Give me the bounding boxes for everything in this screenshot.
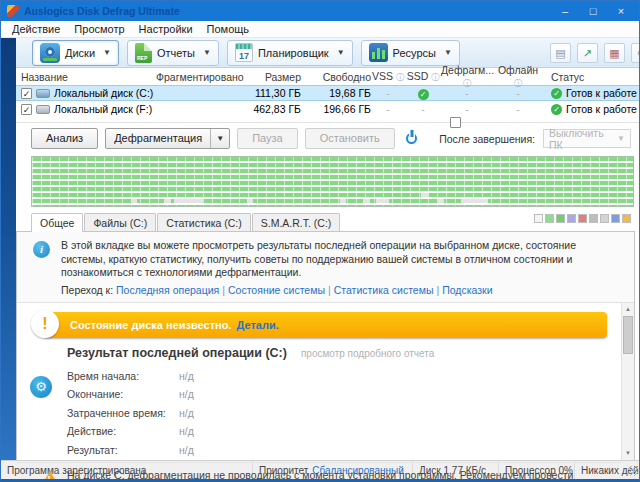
after-completion-select[interactable]: Выключить ПК ▼ bbox=[543, 129, 631, 148]
after-completion-checkbox[interactable] bbox=[450, 117, 461, 128]
warning-circle-icon: ! bbox=[31, 310, 59, 338]
tab-files[interactable]: Файлы (C:) bbox=[84, 213, 156, 231]
pause-button[interactable]: Пауза bbox=[237, 128, 298, 149]
alert-text: Состояние диска неизвестно. bbox=[70, 319, 232, 331]
options-button[interactable]: ⚙ bbox=[631, 43, 640, 63]
disks-label: Диски bbox=[65, 47, 95, 59]
drive-status: ✓ Готов к работе bbox=[543, 87, 639, 99]
field-row: Окончание:н/д bbox=[67, 388, 621, 400]
free-space-block bbox=[131, 199, 137, 203]
defrag-button[interactable]: Дефрагментация ▼ bbox=[105, 128, 230, 149]
chevron-down-icon[interactable]: ▼ bbox=[337, 48, 345, 57]
drive-vss: - bbox=[371, 103, 405, 115]
drive-offline: - bbox=[493, 103, 543, 115]
vertical-scrollbar[interactable]: ▲ ▼ bbox=[621, 303, 634, 460]
legend-swatch bbox=[567, 214, 576, 223]
link-last-operation[interactable]: Последняя операция bbox=[116, 284, 219, 296]
scheduler-button[interactable]: 17 Планировщик ▼ bbox=[227, 40, 353, 66]
legend-swatch bbox=[611, 214, 620, 223]
result-title: Результат последней операции (C:) bbox=[67, 346, 287, 360]
column-status[interactable]: Статус bbox=[543, 71, 639, 83]
chevron-down-icon[interactable]: ▼ bbox=[444, 48, 452, 57]
recommendation-note: ! На диске C: дефрагментация не проводил… bbox=[17, 462, 621, 482]
resources-button[interactable]: Ресурсы ▼ bbox=[361, 40, 460, 66]
list-view-button[interactable]: ▤ bbox=[550, 43, 571, 63]
tab-statistics[interactable]: Статистика (C:) bbox=[157, 213, 251, 231]
report-icon: REP bbox=[135, 43, 152, 63]
info-text: В этой вкладке вы можете просмотреть рез… bbox=[61, 239, 620, 280]
drive-free: 196,66 ГБ bbox=[301, 103, 371, 115]
maximize-button[interactable]: □ bbox=[579, 2, 607, 20]
column-fragmented[interactable]: Фрагментировано bbox=[156, 71, 246, 83]
resize-grip[interactable] bbox=[628, 466, 638, 476]
check-circle-icon: ✓ bbox=[418, 89, 429, 100]
menu-help[interactable]: Помощь bbox=[200, 21, 257, 37]
stop-button[interactable]: Остановить bbox=[305, 128, 395, 149]
column-free[interactable]: Свободно bbox=[301, 71, 371, 83]
result-subtitle[interactable]: просмотр подробного отчета bbox=[301, 348, 434, 359]
drive-icon bbox=[36, 105, 50, 114]
drive-name: Локальный диск (C:) bbox=[54, 87, 153, 99]
tab-smart[interactable]: S.M.A.R.T. (C:) bbox=[252, 213, 341, 231]
drive-free: 19,68 ГБ bbox=[301, 87, 371, 99]
legend-swatch bbox=[589, 214, 598, 223]
column-defrag[interactable]: Дефрагм... ⓘ bbox=[441, 64, 493, 89]
after-completion-label: После завершения: bbox=[439, 133, 535, 145]
column-offline[interactable]: Офлайн ⓘ bbox=[493, 64, 543, 89]
goto-row: Переход к: Последняя операция|Состояние … bbox=[61, 284, 620, 296]
free-space-block bbox=[164, 199, 172, 203]
drive-checkbox[interactable]: ✓ bbox=[21, 104, 32, 115]
drive-checkbox[interactable]: ✓ bbox=[21, 88, 32, 99]
menu-action[interactable]: Действие bbox=[5, 21, 67, 37]
field-row: Время начала:н/д bbox=[67, 370, 621, 382]
column-ssd[interactable]: SSD ⓘ bbox=[405, 70, 441, 83]
title-bar: Auslogics Disk Defrag Ultimate – □ × bbox=[1, 1, 639, 21]
column-vss[interactable]: VSS ⓘ bbox=[371, 70, 405, 83]
info-badge-icon: ⓘ bbox=[396, 73, 404, 82]
chevron-down-icon[interactable]: ▼ bbox=[103, 48, 111, 57]
drive-offline: - bbox=[493, 87, 543, 99]
scroll-up-icon[interactable]: ▲ bbox=[622, 303, 634, 316]
drive-defrag: - bbox=[441, 103, 493, 115]
analyze-button[interactable]: Анализ bbox=[31, 128, 98, 149]
column-size[interactable]: Размер bbox=[246, 71, 301, 83]
link-system-state[interactable]: Состояние системы bbox=[228, 284, 325, 296]
free-space-block bbox=[174, 199, 203, 203]
menu-settings[interactable]: Настройки bbox=[132, 21, 200, 37]
free-space-block bbox=[247, 199, 253, 203]
legend-swatch bbox=[600, 214, 609, 223]
warning-triangle-icon: ! bbox=[41, 471, 59, 482]
goto-label: Переход к: bbox=[61, 284, 113, 296]
scrollbar-thumb[interactable] bbox=[623, 316, 633, 354]
link-system-statistics[interactable]: Статистика системы bbox=[334, 284, 434, 296]
drive-row-c[interactable]: ✓ Локальный диск (C:) 111,30 ГБ 19,68 ГБ… bbox=[16, 85, 639, 101]
chevron-down-icon[interactable]: ▼ bbox=[210, 129, 229, 148]
tab-bar: Общее Файлы (C:) Статистика (C:) S.M.A.R… bbox=[16, 210, 639, 231]
chevron-down-icon[interactable]: ▼ bbox=[203, 48, 211, 57]
disks-button[interactable]: Диски ▼ bbox=[32, 40, 119, 66]
cluster-map-button[interactable]: ▦ bbox=[604, 43, 625, 63]
performance-button[interactable]: ↗ bbox=[577, 43, 598, 63]
tab-panel-general: i В этой вкладке вы можете просмотреть р… bbox=[16, 231, 635, 460]
resources-icon bbox=[369, 43, 388, 62]
tab-general[interactable]: Общее bbox=[31, 213, 83, 232]
reports-button[interactable]: REP Отчеты ▼ bbox=[127, 40, 219, 66]
scroll-down-icon[interactable]: ▼ bbox=[622, 447, 634, 460]
scheduler-label: Планировщик bbox=[258, 47, 329, 59]
scrollbar-track[interactable] bbox=[622, 316, 634, 447]
minimize-button[interactable]: – bbox=[551, 2, 579, 20]
app-icon bbox=[7, 5, 19, 17]
menu-view[interactable]: Просмотр bbox=[67, 21, 131, 37]
drive-ssd: ✓ bbox=[405, 87, 441, 100]
drive-status: ✓ Готов к работе bbox=[543, 103, 639, 115]
drive-ssd: - bbox=[405, 103, 441, 115]
alert-details-link[interactable]: Детали. bbox=[237, 319, 279, 331]
action-bar: Анализ Дефрагментация ▼ Пауза Остановить… bbox=[16, 123, 639, 154]
window-title: Auslogics Disk Defrag Ultimate bbox=[24, 5, 551, 17]
close-button[interactable]: × bbox=[607, 2, 635, 20]
column-name[interactable]: Название bbox=[16, 71, 156, 83]
drive-row-f[interactable]: ✓ Локальный диск (F:) 462,83 ГБ 196,66 Г… bbox=[16, 101, 639, 117]
reports-label: Отчеты bbox=[157, 47, 195, 59]
legend-swatch bbox=[545, 214, 554, 223]
link-tips[interactable]: Подсказки bbox=[442, 284, 492, 296]
